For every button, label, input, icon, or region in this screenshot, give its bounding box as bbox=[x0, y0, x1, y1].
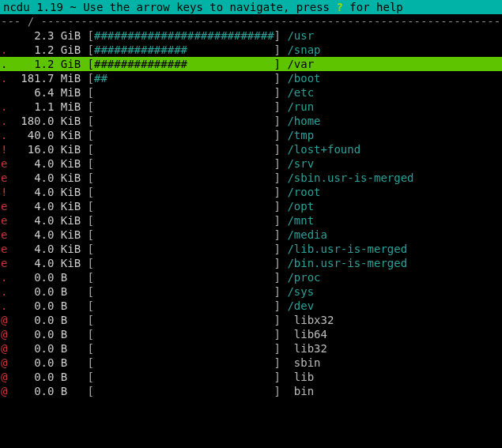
list-item[interactable]: e4.0 KiB[ ] /mnt bbox=[0, 213, 502, 228]
usage-bar bbox=[94, 199, 274, 213]
list-item[interactable]: .0.0 B [ ] /proc bbox=[0, 270, 502, 284]
dir-name: /media bbox=[287, 228, 327, 242]
row-unit: B bbox=[61, 370, 88, 384]
row-flag: @ bbox=[1, 356, 7, 370]
list-item[interactable]: .1.1 MiB[ ] /run bbox=[0, 100, 502, 114]
bracket-close: ] bbox=[274, 85, 281, 100]
dir-name: /root bbox=[287, 185, 320, 199]
bracket-open: [ bbox=[88, 370, 94, 384]
bracket-open: [ bbox=[88, 299, 94, 313]
usage-bar bbox=[94, 85, 274, 100]
file-list[interactable]: 2.3 GiB[###########################] /us… bbox=[0, 28, 502, 398]
list-item[interactable]: e4.0 KiB[ ] /opt bbox=[0, 199, 502, 213]
list-item[interactable]: .40.0 KiB[ ] /tmp bbox=[0, 128, 502, 142]
usage-bar bbox=[94, 114, 274, 128]
bracket-open: [ bbox=[88, 228, 94, 242]
bracket-open: [ bbox=[88, 341, 94, 356]
bracket-close: ] bbox=[274, 43, 281, 57]
list-item[interactable]: @0.0 B [ ] sbin bbox=[0, 356, 502, 370]
link-name: lib bbox=[287, 370, 314, 384]
row-unit: B bbox=[61, 384, 88, 398]
row-size: 0.0 bbox=[7, 370, 54, 384]
list-item[interactable]: @0.0 B [ ] lib32 bbox=[0, 341, 502, 356]
dir-name: /boot bbox=[287, 71, 320, 85]
row-size: 4.0 bbox=[7, 171, 54, 185]
row-size: 0.0 bbox=[7, 327, 54, 341]
list-item[interactable]: .0.0 B [ ] /dev bbox=[0, 299, 502, 313]
list-item[interactable]: !4.0 KiB[ ] /root bbox=[0, 185, 502, 199]
row-flag: ! bbox=[1, 185, 7, 199]
list-item[interactable]: .180.0 KiB[ ] /home bbox=[0, 114, 502, 128]
list-item[interactable]: e4.0 KiB[ ] /srv bbox=[0, 156, 502, 171]
bracket-open: [ bbox=[88, 71, 94, 85]
usage-bar: ## bbox=[94, 71, 274, 85]
dir-name: /sys bbox=[287, 284, 314, 299]
row-unit: KiB bbox=[61, 228, 88, 242]
link-name: bin bbox=[287, 384, 314, 398]
dir-name: /tmp bbox=[287, 128, 314, 142]
bracket-close: ] bbox=[274, 199, 281, 213]
list-item[interactable]: 2.3 GiB[###########################] /us… bbox=[0, 28, 502, 43]
list-item[interactable]: .181.7 MiB[## ] /boot bbox=[0, 71, 502, 85]
bracket-open: [ bbox=[88, 171, 94, 185]
row-unit: KiB bbox=[61, 156, 88, 171]
usage-bar bbox=[94, 284, 274, 299]
link-name: libx32 bbox=[287, 313, 334, 327]
list-item[interactable]: @0.0 B [ ] libx32 bbox=[0, 313, 502, 327]
row-flag: @ bbox=[1, 384, 7, 398]
row-unit: KiB bbox=[61, 171, 88, 185]
list-item[interactable]: e4.0 KiB[ ] /media bbox=[0, 228, 502, 242]
dir-name: /mnt bbox=[287, 213, 314, 228]
row-unit: KiB bbox=[61, 185, 88, 199]
row-unit: B bbox=[61, 327, 88, 341]
row-flag: . bbox=[1, 43, 7, 57]
bracket-open: [ bbox=[88, 114, 94, 128]
bracket-open: [ bbox=[88, 270, 94, 284]
dir-name: /home bbox=[287, 114, 320, 128]
list-item[interactable]: .1.2 GiB[############## ] /snap bbox=[0, 43, 502, 57]
list-item[interactable]: e4.0 KiB[ ] /lib.usr-is-merged bbox=[0, 242, 502, 256]
row-unit: B bbox=[61, 341, 88, 356]
row-flag: @ bbox=[1, 341, 7, 356]
row-flag: . bbox=[1, 284, 7, 299]
row-flag: e bbox=[1, 171, 7, 185]
bracket-close: ] bbox=[274, 313, 281, 327]
row-flag: . bbox=[1, 71, 7, 85]
row-unit: GiB bbox=[61, 28, 88, 43]
usage-bar bbox=[94, 171, 274, 185]
row-flag: e bbox=[1, 199, 7, 213]
row-size: 4.0 bbox=[7, 185, 54, 199]
dir-name: /etc bbox=[287, 85, 314, 100]
list-item[interactable]: @0.0 B [ ] lib bbox=[0, 370, 502, 384]
list-item[interactable]: @0.0 B [ ] bin bbox=[0, 384, 502, 398]
bracket-open: [ bbox=[88, 57, 94, 71]
list-item[interactable]: .1.2 GiB[############## ] /var bbox=[0, 57, 502, 71]
row-size: 2.3 bbox=[7, 28, 54, 43]
row-size: 4.0 bbox=[7, 242, 54, 256]
row-size: 0.0 bbox=[7, 384, 54, 398]
bracket-open: [ bbox=[88, 199, 94, 213]
usage-bar bbox=[94, 313, 274, 327]
help-key[interactable]: ? bbox=[336, 1, 342, 13]
bracket-close: ] bbox=[274, 28, 281, 43]
usage-bar: ########################### bbox=[94, 28, 274, 43]
bracket-open: [ bbox=[88, 142, 94, 156]
bracket-close: ] bbox=[274, 100, 281, 114]
row-size: 0.0 bbox=[7, 313, 54, 327]
row-size: 4.0 bbox=[7, 213, 54, 228]
row-unit: KiB bbox=[61, 199, 88, 213]
list-item[interactable]: !16.0 KiB[ ] /lost+found bbox=[0, 142, 502, 156]
bracket-open: [ bbox=[88, 128, 94, 142]
usage-bar bbox=[94, 256, 274, 270]
list-item[interactable]: e4.0 KiB[ ] /bin.usr-is-merged bbox=[0, 256, 502, 270]
row-flag: @ bbox=[1, 370, 7, 384]
list-item[interactable]: .0.0 B [ ] /sys bbox=[0, 284, 502, 299]
list-item[interactable]: 6.4 MiB[ ] /etc bbox=[0, 85, 502, 100]
list-item[interactable]: @0.0 B [ ] lib64 bbox=[0, 327, 502, 341]
title-bar: ncdu 1.19 ~ Use the arrow keys to naviga… bbox=[0, 0, 502, 14]
row-flag: . bbox=[1, 270, 7, 284]
list-item[interactable]: e4.0 KiB[ ] /sbin.usr-is-merged bbox=[0, 171, 502, 185]
dir-name: /opt bbox=[287, 199, 314, 213]
bracket-close: ] bbox=[274, 242, 281, 256]
row-flag: @ bbox=[1, 327, 7, 341]
